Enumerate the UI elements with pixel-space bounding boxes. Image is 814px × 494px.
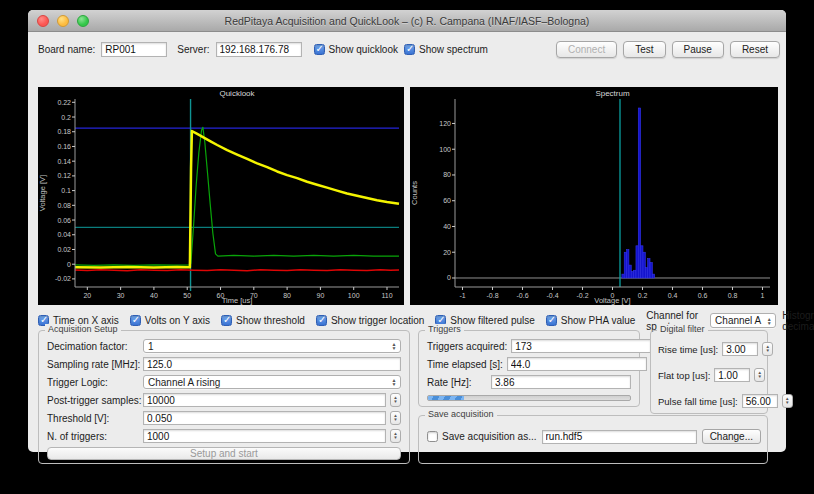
close-button[interactable] [37, 15, 49, 27]
sampling-rate-input[interactable] [143, 357, 401, 371]
svg-text:20: 20 [83, 292, 91, 299]
svg-text:0.06: 0.06 [57, 217, 71, 224]
server-input[interactable] [216, 42, 302, 57]
checkbox-checked-icon [221, 315, 232, 326]
spinner-arrows-icon[interactable] [754, 368, 765, 382]
svg-text:0.1: 0.1 [61, 187, 71, 194]
spinner-arrows-icon[interactable] [390, 393, 401, 407]
rise-time-label: Rise time [us]: [658, 344, 718, 355]
svg-text:-0.4: -0.4 [546, 292, 558, 299]
svg-text:90: 90 [317, 292, 325, 299]
svg-text:0.2: 0.2 [61, 114, 71, 121]
spectrum-plot-panel: SpectrumCountsVoltage [V]-1-0.8-0.6-0.4-… [410, 87, 778, 305]
chevron-up-down-icon [390, 378, 400, 386]
decimation-factor-select[interactable]: 1 [143, 339, 401, 353]
digital-filter-group: Digital filter Rise time [us]: Flat top … [650, 330, 768, 414]
svg-text:0.04: 0.04 [57, 231, 71, 238]
checkbox-label: Show trigger location [331, 315, 424, 326]
svg-text:0.8: 0.8 [728, 292, 738, 299]
show-spectrum-label: Show spectrum [419, 44, 488, 55]
spinner-arrows-icon[interactable] [390, 411, 401, 425]
save-acquisition-checkbox[interactable]: Save acquisition as... [427, 431, 537, 442]
test-button[interactable]: Test [623, 41, 665, 58]
show-pha-value-checkbox[interactable]: Show PHA value [546, 315, 636, 326]
triggers-acquired-label: Triggers acquired: [427, 341, 507, 352]
svg-text:Spectrum: Spectrum [595, 89, 630, 98]
svg-text:0.22: 0.22 [57, 99, 71, 106]
save-acquisition-label: Save acquisition as... [442, 431, 537, 442]
group-title: Triggers [425, 324, 464, 334]
zoom-button[interactable] [77, 15, 89, 27]
save-filename-input[interactable] [542, 430, 697, 444]
setup-and-start-button[interactable]: Setup and start [47, 447, 401, 460]
svg-text:50: 50 [183, 292, 191, 299]
chevron-up-down-icon [765, 317, 775, 325]
svg-text:20: 20 [443, 249, 451, 256]
sampling-rate-label: Sampling rate [MHz]: [47, 359, 139, 370]
svg-text:0.6: 0.6 [698, 292, 708, 299]
window-title: RedPitaya Acquisition and QuickLook – (c… [225, 15, 590, 27]
spinner-arrows-icon[interactable] [762, 342, 773, 356]
svg-text:0: 0 [447, 274, 451, 281]
reset-button[interactable]: Reset [730, 41, 780, 58]
chevron-up-down-icon [390, 342, 400, 350]
rise-time-input[interactable] [722, 342, 758, 356]
svg-text:40: 40 [150, 292, 158, 299]
svg-text:Time [us]: Time [us] [222, 296, 253, 305]
svg-text:120: 120 [439, 120, 451, 127]
svg-text:1: 1 [761, 292, 765, 299]
checkbox-checked-icon [546, 315, 557, 326]
svg-text:0: 0 [67, 261, 71, 268]
svg-text:Quicklook: Quicklook [219, 89, 255, 98]
acquisition-setup-group: Acquisition Setup Decimation factor: 1 S… [38, 330, 410, 464]
svg-text:100: 100 [348, 292, 360, 299]
trigger-logic-select[interactable]: Channel A rising [143, 375, 401, 389]
show-threshold-checkbox[interactable]: Show threshold [221, 315, 305, 326]
triggers-group: Triggers Triggers acquired: Time elapsed… [418, 330, 640, 407]
volts-on-y-axis-checkbox[interactable]: Volts on Y axis [130, 315, 210, 326]
checkbox-label: Show threshold [236, 315, 305, 326]
svg-text:-1: -1 [459, 292, 465, 299]
spinner-arrows-icon[interactable] [782, 394, 793, 408]
group-title: Save acquisition [425, 409, 497, 419]
server-label: Server: [177, 44, 209, 55]
show-trigger-location-checkbox[interactable]: Show trigger location [316, 315, 424, 326]
flat-top-label: Flat top [us]: [658, 370, 710, 381]
svg-text:0.02: 0.02 [57, 246, 71, 253]
quicklook-plot-panel: QuicklookVoltage [V]Time [us]20304050607… [38, 87, 404, 305]
show-quicklook-checkbox[interactable]: Show quicklook [314, 44, 398, 55]
decimation-factor-label: Decimation factor: [47, 341, 139, 352]
svg-text:0.2: 0.2 [638, 292, 648, 299]
flat-top-input[interactable] [714, 368, 750, 382]
n-of-triggers-input[interactable] [143, 429, 386, 443]
pause-button[interactable]: Pause [672, 41, 724, 58]
channel-for-spectrum-select[interactable]: Channel A [710, 313, 776, 328]
minimize-button[interactable] [57, 15, 69, 27]
svg-text:-0.8: -0.8 [486, 292, 498, 299]
checkbox-unchecked-icon [427, 431, 438, 442]
svg-text:80: 80 [283, 292, 291, 299]
checkbox-checked-icon [316, 315, 327, 326]
spinner-arrows-icon[interactable] [390, 429, 401, 443]
connect-button[interactable]: Connect [556, 41, 617, 58]
rate-label: Rate [Hz]: [427, 377, 487, 388]
checkbox-label: Show PHA value [561, 315, 636, 326]
change-file-button[interactable]: Change... [702, 429, 761, 444]
post-trigger-samples-input[interactable] [143, 393, 386, 407]
n-of-triggers-label: N. of triggers: [47, 431, 139, 442]
title-bar[interactable]: RedPitaya Acquisition and QuickLook – (c… [28, 10, 786, 32]
svg-text:0.4: 0.4 [668, 292, 678, 299]
threshold-input[interactable] [143, 411, 386, 425]
acquisition-progress-fill [428, 396, 464, 400]
pulse-fall-time-input[interactable] [742, 394, 778, 408]
trigger-logic-label: Trigger Logic: [47, 377, 139, 388]
group-title: Digital filter [657, 324, 708, 334]
show-spectrum-checkbox[interactable]: Show spectrum [404, 44, 488, 55]
checkbox-checked-icon [130, 315, 141, 326]
show-quicklook-label: Show quicklook [329, 44, 398, 55]
threshold-label: Threshold [V]: [47, 413, 139, 424]
board-name-input[interactable] [101, 42, 167, 57]
pulse-fall-time-label: Pulse fall time [us]: [658, 396, 738, 407]
svg-text:0.18: 0.18 [57, 128, 71, 135]
svg-text:0.08: 0.08 [57, 202, 71, 209]
